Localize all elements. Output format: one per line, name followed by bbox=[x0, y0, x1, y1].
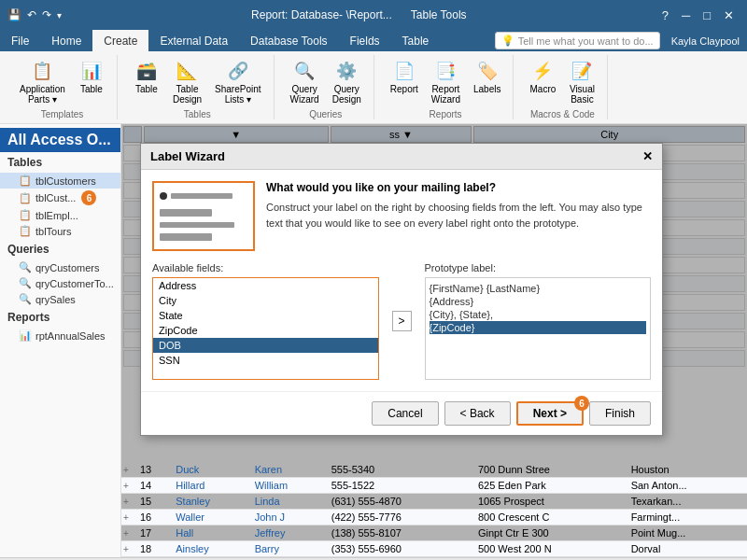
tables-group-label: Tables bbox=[184, 109, 211, 119]
table-row[interactable]: + 17 Hall Jeffrey (138) 555-8107 Ginpt C… bbox=[121, 525, 747, 541]
templates-group-label: Templates bbox=[41, 109, 84, 119]
sidebar-item-tblEmpl[interactable]: 📋 tblEmpl... bbox=[0, 207, 120, 223]
ribbon-group-queries: 🔍 QueryWizard ⚙️ QueryDesign Queries bbox=[278, 55, 374, 119]
field-city[interactable]: City bbox=[153, 293, 378, 308]
table-row[interactable]: + 15 Stanley Linda (631) 555-4870 1065 P… bbox=[121, 494, 747, 510]
query-icon3: 🔍 bbox=[19, 293, 32, 305]
step-badge-6a: 6 bbox=[81, 190, 96, 205]
lightbulb-icon: 💡 bbox=[501, 35, 514, 47]
tell-me-placeholder: Tell me what you want to do... bbox=[518, 35, 654, 47]
tell-me-bar[interactable]: 💡 Tell me what you want to do... bbox=[495, 32, 660, 49]
back-button[interactable]: < Back bbox=[444, 401, 511, 426]
tab-external-data[interactable]: External Data bbox=[148, 30, 239, 51]
tab-database-tools[interactable]: Database Tools bbox=[239, 30, 339, 51]
table-icon: 📊 bbox=[78, 58, 105, 84]
tab-table[interactable]: Table bbox=[391, 30, 441, 51]
minimize-button[interactable]: ─ bbox=[676, 7, 696, 24]
table-row[interactable]: + 14 Hillard William 555-1522 625 Eden P… bbox=[121, 478, 747, 494]
user-name: Kayla Claypool bbox=[664, 35, 747, 47]
ribbon-group-templates: 📋 ApplicationParts ▾ 📊 Table Templates bbox=[7, 55, 118, 119]
sidebar-item-rptannualsales[interactable]: 📊 rptAnnualSales bbox=[0, 328, 120, 343]
next-button[interactable]: Next > 6 bbox=[516, 401, 584, 426]
next-button-label: Next > bbox=[533, 407, 567, 420]
proto-line-2: {Address} bbox=[430, 295, 647, 308]
dialog-fields-area: Available fields: Address City State Zip… bbox=[152, 262, 651, 380]
macro-button[interactable]: ⚡ Macro bbox=[525, 55, 560, 107]
sidebar-item-tbltours[interactable]: 📋 tblTours bbox=[0, 223, 120, 239]
table-row-icon4: 📋 bbox=[19, 225, 32, 237]
field-ssn[interactable]: SSN bbox=[153, 353, 378, 368]
sidebar-item-qrycustomerto[interactable]: 🔍 qryCustomerTo... bbox=[0, 275, 120, 291]
sidebar-item-tblcust[interactable]: 📋 tblCust... 6 bbox=[0, 189, 120, 207]
table-template-button[interactable]: 📊 Table bbox=[74, 55, 109, 107]
table-row[interactable]: + 16 Waller John J (422) 555-7776 800 Cr… bbox=[121, 510, 747, 525]
redo-icon[interactable]: ↷ bbox=[42, 8, 51, 21]
move-field-button[interactable]: > bbox=[392, 311, 412, 331]
field-dob[interactable]: DOB bbox=[153, 338, 378, 353]
query-design-button[interactable]: ⚙️ QueryDesign bbox=[328, 55, 366, 107]
sidebar-item-tblcustomers[interactable]: 📋 tblCustomers bbox=[0, 173, 120, 189]
available-fields-panel: Available fields: Address City State Zip… bbox=[152, 262, 379, 380]
query-icon1: 🔍 bbox=[19, 261, 32, 273]
labels-icon: 🏷️ bbox=[474, 58, 500, 84]
field-address[interactable]: Address bbox=[153, 278, 378, 293]
sidebar-item-qrysales[interactable]: 🔍 qrySales bbox=[0, 291, 120, 307]
macros-group-label: Macros & Code bbox=[530, 109, 595, 119]
label-preview bbox=[152, 181, 255, 251]
proto-line-4[interactable]: {ZipCode} bbox=[430, 321, 647, 334]
tab-home[interactable]: Home bbox=[40, 30, 92, 51]
tab-file[interactable]: File bbox=[0, 30, 40, 51]
prototype-box[interactable]: {FirstName} {LastName} {Address} {City},… bbox=[425, 277, 652, 380]
ribbon-group-macros: ⚡ Macro 📝 VisualBasic Macros & Code bbox=[517, 55, 608, 119]
query-wizard-icon: 🔍 bbox=[291, 58, 317, 84]
maximize-button[interactable]: □ bbox=[698, 7, 716, 24]
query-wizard-button[interactable]: 🔍 QueryWizard bbox=[286, 55, 324, 107]
dialog-description: Construct your label on the right by cho… bbox=[266, 200, 651, 231]
available-fields-list[interactable]: Address City State ZipCode DOB SSN bbox=[152, 277, 379, 380]
vba-button[interactable]: 📝 VisualBasic bbox=[564, 55, 599, 107]
sidebar: All Access O... Tables 📋 tblCustomers 📋 … bbox=[0, 124, 121, 557]
content-area: ▼ ss ▼ City ibraryWaco 40Vancouver ounty… bbox=[121, 124, 747, 557]
field-state[interactable]: State bbox=[153, 308, 378, 323]
app-parts-icon: 📋 bbox=[29, 58, 55, 84]
report-button[interactable]: 📄 Report bbox=[386, 55, 423, 107]
report-icon2: 📊 bbox=[19, 329, 32, 342]
report-wizard-button[interactable]: 📑 ReportWizard bbox=[427, 55, 465, 107]
macro-icon: ⚡ bbox=[529, 58, 556, 84]
all-access-header: All Access O... bbox=[0, 128, 120, 152]
labels-button[interactable]: 🏷️ Labels bbox=[469, 55, 505, 107]
proto-line-3: {City}, {State}, bbox=[430, 308, 647, 321]
save-icon[interactable]: 💾 bbox=[7, 8, 21, 21]
tab-create[interactable]: Create bbox=[92, 30, 148, 51]
tab-fields[interactable]: Fields bbox=[339, 30, 391, 51]
table-row-icon2: 📋 bbox=[19, 192, 32, 204]
title-bar-controls: ? ─ □ ✕ bbox=[656, 7, 740, 24]
dialog-close-icon[interactable]: ✕ bbox=[642, 149, 653, 163]
table-row[interactable]: + 13 Duck Karen 555-5340 700 Dunn Stree … bbox=[121, 462, 747, 478]
application-parts-button[interactable]: 📋 ApplicationParts ▾ bbox=[15, 55, 70, 107]
table2-icon: 🗃️ bbox=[134, 58, 160, 84]
table-design-icon: 📐 bbox=[174, 58, 200, 84]
cancel-button[interactable]: Cancel bbox=[372, 401, 438, 426]
prototype-panel: Prototype label: {FirstName} {LastName} … bbox=[425, 262, 652, 380]
proto-line-1: {FirstName} {LastName} bbox=[430, 282, 647, 295]
close-button[interactable]: ✕ bbox=[718, 7, 740, 24]
report-icon: 📄 bbox=[391, 58, 417, 84]
undo-icon[interactable]: ↶ bbox=[27, 8, 36, 21]
query-icon2: 🔍 bbox=[19, 277, 32, 289]
table-row-icon3: 📋 bbox=[19, 209, 32, 221]
help-icon[interactable]: ? bbox=[656, 7, 674, 24]
sidebar-item-qrycustomers[interactable]: 🔍 qryCustomers bbox=[0, 259, 120, 275]
dialog-question: What would you like on your mailing labe… bbox=[266, 181, 651, 194]
dialog-header: What would you like on your mailing labe… bbox=[152, 181, 651, 251]
preview-line1 bbox=[171, 193, 233, 199]
tools-title: Table Tools bbox=[411, 8, 467, 21]
table-row[interactable]: + 18 Ainsley Barry (353) 555-6960 500 We… bbox=[121, 541, 747, 557]
sharepoint-button[interactable]: 🔗 SharePointLists ▾ bbox=[210, 55, 265, 107]
dialog-description-area: What would you like on your mailing labe… bbox=[266, 181, 651, 231]
lower-table-area: + 13 Duck Karen 555-5340 700 Dunn Stree … bbox=[121, 462, 747, 557]
finish-button[interactable]: Finish bbox=[589, 401, 651, 426]
table-button[interactable]: 🗃️ Table bbox=[129, 55, 164, 107]
field-zipcode[interactable]: ZipCode bbox=[153, 323, 378, 338]
table-design-button[interactable]: 📐 TableDesign bbox=[168, 55, 206, 107]
